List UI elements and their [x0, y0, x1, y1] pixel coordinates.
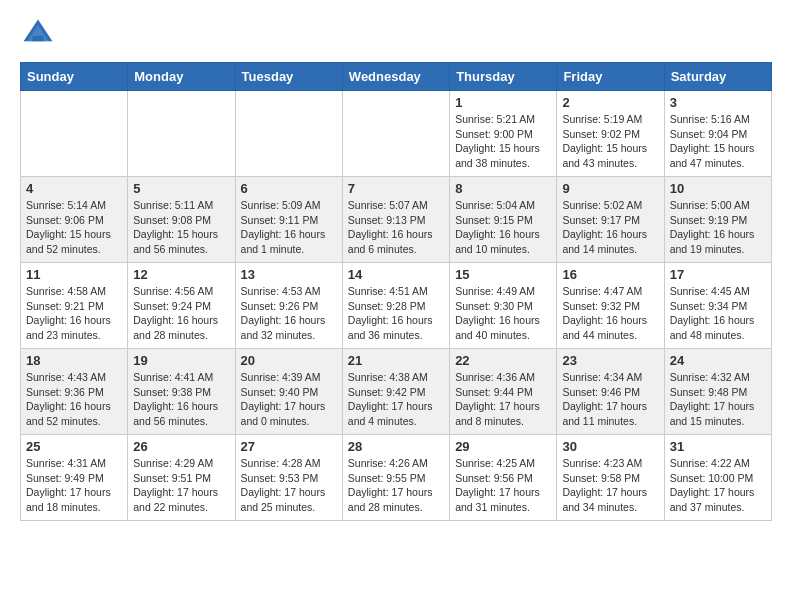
day-number: 19 — [133, 353, 229, 368]
day-info: Sunrise: 5:00 AM Sunset: 9:19 PM Dayligh… — [670, 198, 766, 257]
day-number: 6 — [241, 181, 337, 196]
day-info: Sunrise: 4:53 AM Sunset: 9:26 PM Dayligh… — [241, 284, 337, 343]
calendar-cell — [235, 91, 342, 177]
day-number: 23 — [562, 353, 658, 368]
day-info: Sunrise: 5:07 AM Sunset: 9:13 PM Dayligh… — [348, 198, 444, 257]
calendar-cell: 19Sunrise: 4:41 AM Sunset: 9:38 PM Dayli… — [128, 349, 235, 435]
calendar-cell: 22Sunrise: 4:36 AM Sunset: 9:44 PM Dayli… — [450, 349, 557, 435]
day-number: 22 — [455, 353, 551, 368]
day-number: 4 — [26, 181, 122, 196]
day-number: 30 — [562, 439, 658, 454]
calendar-cell: 16Sunrise: 4:47 AM Sunset: 9:32 PM Dayli… — [557, 263, 664, 349]
day-number: 9 — [562, 181, 658, 196]
calendar-cell: 6Sunrise: 5:09 AM Sunset: 9:11 PM Daylig… — [235, 177, 342, 263]
calendar-cell: 7Sunrise: 5:07 AM Sunset: 9:13 PM Daylig… — [342, 177, 449, 263]
day-info: Sunrise: 5:14 AM Sunset: 9:06 PM Dayligh… — [26, 198, 122, 257]
calendar-cell: 24Sunrise: 4:32 AM Sunset: 9:48 PM Dayli… — [664, 349, 771, 435]
page: SundayMondayTuesdayWednesdayThursdayFrid… — [0, 0, 792, 531]
calendar-cell: 27Sunrise: 4:28 AM Sunset: 9:53 PM Dayli… — [235, 435, 342, 521]
calendar-header-thursday: Thursday — [450, 63, 557, 91]
day-info: Sunrise: 4:45 AM Sunset: 9:34 PM Dayligh… — [670, 284, 766, 343]
day-info: Sunrise: 4:49 AM Sunset: 9:30 PM Dayligh… — [455, 284, 551, 343]
day-number: 31 — [670, 439, 766, 454]
day-number: 5 — [133, 181, 229, 196]
day-number: 18 — [26, 353, 122, 368]
day-number: 24 — [670, 353, 766, 368]
day-info: Sunrise: 4:25 AM Sunset: 9:56 PM Dayligh… — [455, 456, 551, 515]
day-info: Sunrise: 4:41 AM Sunset: 9:38 PM Dayligh… — [133, 370, 229, 429]
calendar-cell — [128, 91, 235, 177]
day-info: Sunrise: 4:51 AM Sunset: 9:28 PM Dayligh… — [348, 284, 444, 343]
calendar-cell: 1Sunrise: 5:21 AM Sunset: 9:00 PM Daylig… — [450, 91, 557, 177]
day-info: Sunrise: 4:26 AM Sunset: 9:55 PM Dayligh… — [348, 456, 444, 515]
day-number: 8 — [455, 181, 551, 196]
day-number: 1 — [455, 95, 551, 110]
logo-icon — [20, 16, 56, 52]
calendar-cell: 21Sunrise: 4:38 AM Sunset: 9:42 PM Dayli… — [342, 349, 449, 435]
calendar-week-row: 4Sunrise: 5:14 AM Sunset: 9:06 PM Daylig… — [21, 177, 772, 263]
header — [20, 16, 772, 52]
calendar-cell: 2Sunrise: 5:19 AM Sunset: 9:02 PM Daylig… — [557, 91, 664, 177]
day-number: 2 — [562, 95, 658, 110]
day-info: Sunrise: 4:47 AM Sunset: 9:32 PM Dayligh… — [562, 284, 658, 343]
day-info: Sunrise: 4:36 AM Sunset: 9:44 PM Dayligh… — [455, 370, 551, 429]
calendar-cell: 12Sunrise: 4:56 AM Sunset: 9:24 PM Dayli… — [128, 263, 235, 349]
day-number: 11 — [26, 267, 122, 282]
day-number: 13 — [241, 267, 337, 282]
calendar-week-row: 18Sunrise: 4:43 AM Sunset: 9:36 PM Dayli… — [21, 349, 772, 435]
calendar-cell: 29Sunrise: 4:25 AM Sunset: 9:56 PM Dayli… — [450, 435, 557, 521]
day-number: 15 — [455, 267, 551, 282]
calendar-header-saturday: Saturday — [664, 63, 771, 91]
day-info: Sunrise: 4:43 AM Sunset: 9:36 PM Dayligh… — [26, 370, 122, 429]
svg-rect-2 — [33, 36, 44, 41]
day-number: 12 — [133, 267, 229, 282]
day-info: Sunrise: 4:39 AM Sunset: 9:40 PM Dayligh… — [241, 370, 337, 429]
day-info: Sunrise: 5:04 AM Sunset: 9:15 PM Dayligh… — [455, 198, 551, 257]
day-number: 14 — [348, 267, 444, 282]
day-number: 20 — [241, 353, 337, 368]
day-info: Sunrise: 5:09 AM Sunset: 9:11 PM Dayligh… — [241, 198, 337, 257]
day-number: 27 — [241, 439, 337, 454]
day-number: 16 — [562, 267, 658, 282]
calendar-header-row: SundayMondayTuesdayWednesdayThursdayFrid… — [21, 63, 772, 91]
calendar-cell: 8Sunrise: 5:04 AM Sunset: 9:15 PM Daylig… — [450, 177, 557, 263]
day-info: Sunrise: 4:34 AM Sunset: 9:46 PM Dayligh… — [562, 370, 658, 429]
calendar-table: SundayMondayTuesdayWednesdayThursdayFrid… — [20, 62, 772, 521]
calendar-week-row: 1Sunrise: 5:21 AM Sunset: 9:00 PM Daylig… — [21, 91, 772, 177]
calendar-cell — [21, 91, 128, 177]
calendar-header-wednesday: Wednesday — [342, 63, 449, 91]
calendar-header-tuesday: Tuesday — [235, 63, 342, 91]
day-info: Sunrise: 5:16 AM Sunset: 9:04 PM Dayligh… — [670, 112, 766, 171]
day-number: 10 — [670, 181, 766, 196]
day-number: 17 — [670, 267, 766, 282]
calendar-cell: 20Sunrise: 4:39 AM Sunset: 9:40 PM Dayli… — [235, 349, 342, 435]
day-number: 7 — [348, 181, 444, 196]
calendar-cell — [342, 91, 449, 177]
calendar-week-row: 11Sunrise: 4:58 AM Sunset: 9:21 PM Dayli… — [21, 263, 772, 349]
calendar-cell: 17Sunrise: 4:45 AM Sunset: 9:34 PM Dayli… — [664, 263, 771, 349]
calendar-cell: 3Sunrise: 5:16 AM Sunset: 9:04 PM Daylig… — [664, 91, 771, 177]
calendar-header-sunday: Sunday — [21, 63, 128, 91]
calendar-week-row: 25Sunrise: 4:31 AM Sunset: 9:49 PM Dayli… — [21, 435, 772, 521]
day-info: Sunrise: 4:23 AM Sunset: 9:58 PM Dayligh… — [562, 456, 658, 515]
day-info: Sunrise: 5:21 AM Sunset: 9:00 PM Dayligh… — [455, 112, 551, 171]
day-info: Sunrise: 4:58 AM Sunset: 9:21 PM Dayligh… — [26, 284, 122, 343]
calendar-cell: 26Sunrise: 4:29 AM Sunset: 9:51 PM Dayli… — [128, 435, 235, 521]
calendar-cell: 18Sunrise: 4:43 AM Sunset: 9:36 PM Dayli… — [21, 349, 128, 435]
logo — [20, 16, 60, 52]
calendar-cell: 28Sunrise: 4:26 AM Sunset: 9:55 PM Dayli… — [342, 435, 449, 521]
calendar-cell: 15Sunrise: 4:49 AM Sunset: 9:30 PM Dayli… — [450, 263, 557, 349]
day-number: 21 — [348, 353, 444, 368]
calendar-cell: 30Sunrise: 4:23 AM Sunset: 9:58 PM Dayli… — [557, 435, 664, 521]
calendar-header-monday: Monday — [128, 63, 235, 91]
calendar-header-friday: Friday — [557, 63, 664, 91]
day-info: Sunrise: 4:32 AM Sunset: 9:48 PM Dayligh… — [670, 370, 766, 429]
calendar-cell: 14Sunrise: 4:51 AM Sunset: 9:28 PM Dayli… — [342, 263, 449, 349]
day-info: Sunrise: 5:19 AM Sunset: 9:02 PM Dayligh… — [562, 112, 658, 171]
day-info: Sunrise: 4:56 AM Sunset: 9:24 PM Dayligh… — [133, 284, 229, 343]
day-info: Sunrise: 5:11 AM Sunset: 9:08 PM Dayligh… — [133, 198, 229, 257]
calendar-cell: 31Sunrise: 4:22 AM Sunset: 10:00 PM Dayl… — [664, 435, 771, 521]
day-number: 3 — [670, 95, 766, 110]
day-info: Sunrise: 4:29 AM Sunset: 9:51 PM Dayligh… — [133, 456, 229, 515]
day-number: 26 — [133, 439, 229, 454]
